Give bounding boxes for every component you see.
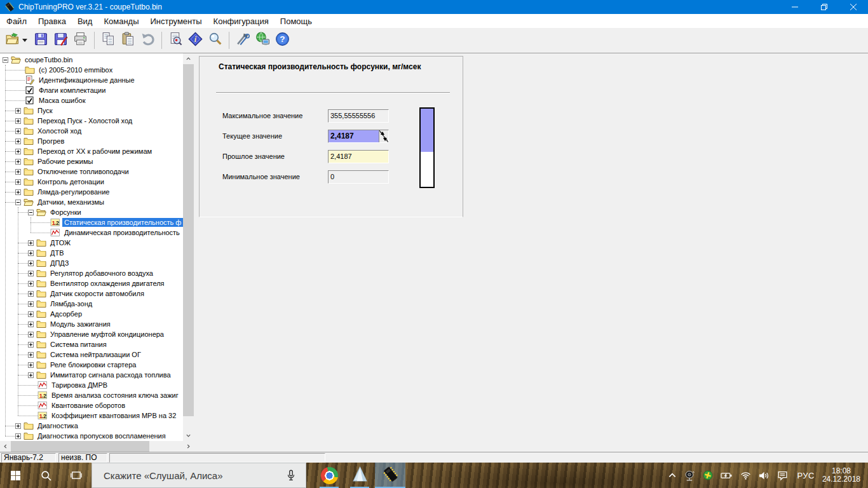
tree-item[interactable]: Управление муфтой кондиционера — [0, 329, 183, 339]
toolbar-print-button[interactable] — [71, 30, 90, 51]
menu-item-1[interactable]: Файл — [1, 15, 32, 27]
tree-item[interactable]: ДТВ — [0, 248, 183, 258]
tree-item[interactable]: Регулятор добавочного воздуха — [0, 268, 183, 278]
tree-item[interactable]: Холостой ход — [0, 126, 183, 136]
tree-item[interactable]: ДТОЖ — [0, 238, 183, 248]
tree-expand-plus-icon[interactable] — [28, 342, 34, 348]
close-button[interactable] — [839, 0, 868, 14]
spinner-down-icon[interactable] — [383, 138, 387, 141]
task-view-button[interactable] — [61, 463, 92, 488]
tree-item[interactable]: (c) 2005-2010 emmibox — [0, 65, 183, 75]
language-indicator[interactable]: РУС — [792, 471, 820, 480]
taskbar-app-prism[interactable] — [344, 463, 375, 488]
tree-expand-plus-icon[interactable] — [15, 108, 21, 114]
tray-chevron-up-icon[interactable] — [664, 463, 681, 488]
tree-expand-plus-icon[interactable] — [28, 362, 34, 368]
tree-item[interactable]: Форсунки — [0, 207, 183, 217]
scroll-down-icon[interactable] — [183, 430, 194, 441]
tree-item[interactable]: Иммитатор сигнала расхода топлива — [0, 370, 183, 380]
toolbar-network-button[interactable] — [253, 30, 273, 51]
tray-volume-icon[interactable] — [755, 463, 773, 488]
scroll-left-icon[interactable] — [0, 441, 11, 452]
tree-expand-plus-icon[interactable] — [15, 159, 21, 165]
toolbar-undo-button[interactable] — [138, 30, 158, 51]
tree-item[interactable]: 12Время анализа состояния ключа зажиг — [0, 390, 183, 400]
start-button[interactable] — [0, 463, 31, 488]
tree-vertical-scrollbar[interactable] — [183, 53, 194, 441]
spinner-buttons[interactable] — [379, 130, 388, 142]
toolbar-copy-button[interactable] — [98, 30, 118, 51]
toolbar-info-button[interactable]: i — [186, 30, 205, 51]
tree-expand-plus-icon[interactable] — [15, 118, 21, 124]
tree-expand-minus-icon[interactable] — [3, 57, 8, 63]
tree-item[interactable]: Датчики, механизмы — [0, 197, 183, 207]
tray-antivirus-icon[interactable] — [699, 463, 717, 488]
tree-expand-plus-icon[interactable] — [15, 423, 21, 429]
tree-item[interactable]: Рабочие режимы — [0, 156, 183, 166]
clock[interactable]: 18:08 24.12.2018 — [820, 467, 865, 484]
tree-expand-plus-icon[interactable] — [28, 322, 34, 327]
tree-expand-minus-icon[interactable] — [15, 200, 21, 205]
scrollbar-thumb[interactable] — [183, 64, 194, 416]
tree-item[interactable]: Контроль детонации — [0, 177, 183, 187]
tree-item[interactable]: 12Статическая производительность ф — [0, 217, 183, 227]
tree-expand-plus-icon[interactable] — [28, 240, 34, 246]
tree-item[interactable]: Модуль зажигания — [0, 319, 183, 329]
tree-item[interactable]: Датчик скорости автомобиля — [0, 288, 183, 299]
previous-value-field[interactable]: 2,4187 — [328, 150, 389, 163]
tree-expand-plus-icon[interactable] — [28, 250, 34, 256]
tray-wifi-icon[interactable] — [736, 463, 755, 488]
alice-search-box[interactable]: Скажите «Слушай, Алиса» — [92, 463, 306, 488]
tray-satellite-icon[interactable] — [681, 463, 699, 488]
tree-item[interactable]: Реле блокировки стартера — [0, 360, 183, 370]
toolbar-preview-button[interactable] — [166, 30, 186, 51]
menu-item-6[interactable]: Конфигурация — [208, 15, 275, 27]
toolbar-save-as-button[interactable] — [51, 30, 71, 51]
tree-item[interactable]: Переход Пуск - Холостой ход — [0, 116, 183, 126]
tray-action-center-icon[interactable] — [773, 463, 792, 488]
toolbar-help-button[interactable]: ? — [273, 30, 292, 51]
toolbar-paste-button[interactable] — [118, 30, 138, 51]
tree-item[interactable]: Квантование оборотов — [0, 400, 183, 410]
tree-item[interactable]: Диагностика пропусков воспламенения — [0, 431, 183, 441]
tree-expand-plus-icon[interactable] — [28, 372, 34, 378]
menu-item-2[interactable]: Правка — [32, 15, 72, 27]
tree-item[interactable]: coupeTutbo.bin — [0, 55, 183, 65]
open-dropdown-caret[interactable] — [22, 39, 27, 42]
spinner-up-icon[interactable] — [381, 132, 384, 135]
tree-item[interactable]: Флаги комплектации — [0, 85, 183, 95]
tree-item[interactable]: Маска ошибок — [0, 95, 183, 105]
tree-expand-plus-icon[interactable] — [15, 128, 21, 134]
tray-battery-icon[interactable] — [717, 463, 736, 488]
tree-expand-plus-icon[interactable] — [28, 352, 34, 358]
tree-expand-plus-icon[interactable] — [28, 281, 34, 287]
tree-expand-plus-icon[interactable] — [15, 149, 21, 154]
scrollbar-thumb[interactable] — [11, 441, 149, 452]
toolbar-save-button[interactable] — [31, 30, 51, 51]
tree-expand-plus-icon[interactable] — [28, 291, 34, 297]
tree-expand-plus-icon[interactable] — [15, 139, 21, 144]
toolbar-search-button[interactable] — [205, 30, 225, 51]
tree-expand-plus-icon[interactable] — [28, 301, 34, 307]
tree-expand-plus-icon[interactable] — [15, 433, 21, 439]
toolbar-tools-button[interactable] — [233, 30, 253, 51]
scroll-up-icon[interactable] — [183, 53, 194, 64]
tree-item[interactable]: Лямбда-зонд — [0, 299, 183, 309]
tree-expand-plus-icon[interactable] — [28, 332, 34, 337]
tree-item[interactable]: Вентилятор охлаждения двигателя — [0, 278, 183, 288]
tree-item[interactable]: Адсорбер — [0, 309, 183, 319]
minimize-button[interactable] — [780, 0, 810, 14]
tree-item[interactable]: ДПДЗ — [0, 258, 183, 268]
tree-expand-plus-icon[interactable] — [15, 169, 21, 175]
menu-item-7[interactable]: Помощь — [275, 15, 318, 27]
taskbar-app-chiptuning[interactable] — [375, 463, 405, 488]
taskbar-app-chrome[interactable] — [314, 463, 344, 488]
tree-item[interactable]: 12Коэффициент квантования МРВ на 32 — [0, 410, 183, 421]
tree-item[interactable]: Тарировка ДМРВ — [0, 380, 183, 390]
tree-expand-minus-icon[interactable] — [28, 210, 34, 215]
toolbar-open-button[interactable] — [3, 30, 22, 51]
tree-expand-plus-icon[interactable] — [28, 261, 34, 266]
tree-item[interactable]: Лямда-регулирование — [0, 187, 183, 197]
taskbar-search-button[interactable] — [31, 463, 61, 488]
tree-expand-plus-icon[interactable] — [28, 311, 34, 317]
